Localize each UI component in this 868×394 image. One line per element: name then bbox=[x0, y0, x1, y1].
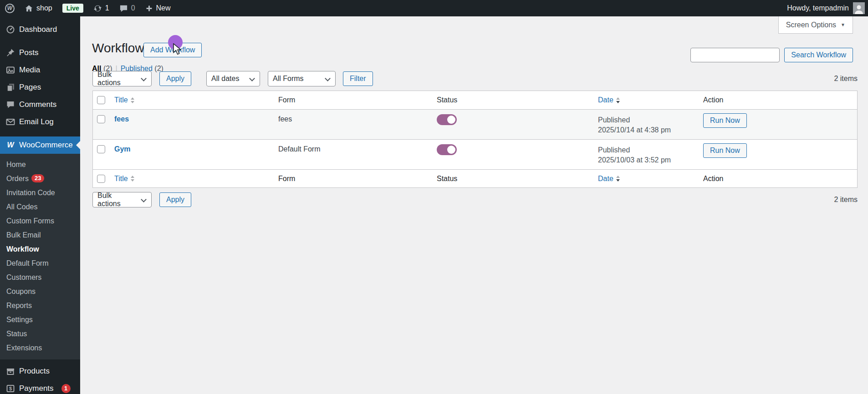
plus-icon bbox=[145, 5, 153, 12]
sidebar-item-payments[interactable]: $ Payments 1 bbox=[0, 380, 80, 394]
sidebar-item-pages[interactable]: Pages bbox=[0, 79, 80, 96]
page-root: { "colors": { "accent": "#2271b1", "togg… bbox=[0, 0, 868, 394]
workflow-form: fees bbox=[278, 110, 437, 139]
column-status: Status bbox=[437, 96, 598, 104]
new-content-menu[interactable]: New bbox=[140, 0, 176, 16]
submenu-item-workflow[interactable]: Workflow bbox=[0, 242, 80, 256]
column-form: Form bbox=[278, 175, 437, 183]
sidebar-item-media[interactable]: Media bbox=[0, 61, 80, 79]
pushpin-icon bbox=[6, 48, 15, 57]
comments-menu[interactable]: 0 bbox=[114, 0, 140, 16]
row-checkbox[interactable] bbox=[97, 115, 105, 123]
submenu-item-orders[interactable]: Orders23 bbox=[0, 172, 80, 186]
woocommerce-submenu: Home Orders23 Invitation Code All Codes … bbox=[0, 154, 80, 359]
sidebar-item-products[interactable]: Products bbox=[0, 363, 80, 380]
comments-bubble-icon bbox=[119, 4, 128, 13]
column-date-sort[interactable]: Date bbox=[598, 175, 620, 183]
howdy-text: Howdy, tempadmin bbox=[787, 4, 849, 12]
toggle-knob bbox=[447, 146, 455, 154]
submenu-item-settings[interactable]: Settings bbox=[0, 313, 80, 327]
table-footer-row: Title Form Status Date Action bbox=[93, 169, 857, 187]
items-count-bottom: 2 items bbox=[834, 196, 858, 204]
filter-button[interactable]: Filter bbox=[343, 71, 373, 86]
column-title-sort[interactable]: Title bbox=[114, 175, 134, 183]
submenu-item-invitation-code[interactable]: Invitation Code bbox=[0, 186, 80, 200]
sidebar-item-dashboard[interactable]: Dashboard bbox=[0, 21, 80, 38]
woocommerce-icon: W bbox=[6, 141, 15, 150]
status-toggle[interactable] bbox=[437, 144, 457, 155]
items-count-top: 2 items bbox=[834, 75, 858, 83]
workflow-form: Default Form bbox=[278, 140, 437, 169]
account-menu[interactable]: Howdy, tempadmin bbox=[784, 0, 868, 16]
table-nav-bottom: Bulk actions Apply 2 items bbox=[92, 192, 858, 207]
bulk-actions-select-bottom[interactable]: Bulk actions bbox=[92, 192, 152, 207]
table-row: Gym Default Form Published 2025/10/03 at… bbox=[93, 139, 857, 169]
column-title-sort[interactable]: Title bbox=[114, 96, 134, 104]
submenu-item-bulk-email[interactable]: Bulk Email bbox=[0, 228, 80, 242]
sidebar-item-label: Media bbox=[19, 66, 40, 75]
status-toggle[interactable] bbox=[437, 114, 457, 125]
select-all-checkbox[interactable] bbox=[97, 96, 105, 104]
site-name: shop bbox=[36, 4, 52, 12]
products-box-icon bbox=[6, 367, 15, 376]
menu-separator bbox=[0, 38, 80, 44]
submenu-item-reports[interactable]: Reports bbox=[0, 298, 80, 313]
avatar bbox=[853, 2, 865, 14]
search-input[interactable] bbox=[690, 48, 780, 62]
apply-button[interactable]: Apply bbox=[159, 71, 191, 86]
submenu-item-all-codes[interactable]: All Codes bbox=[0, 200, 80, 214]
all-forms-select[interactable]: All Forms bbox=[268, 71, 336, 86]
sort-arrows-icon bbox=[616, 97, 620, 103]
sidebar-item-comments[interactable]: Comments bbox=[0, 96, 80, 113]
apply-button-bottom[interactable]: Apply bbox=[159, 192, 191, 207]
bulk-actions-select[interactable]: Bulk actions bbox=[92, 71, 152, 86]
submenu-item-custom-forms[interactable]: Custom Forms bbox=[0, 214, 80, 228]
workflow-title-link[interactable]: Gym bbox=[114, 145, 131, 153]
sidebar-item-email-log[interactable]: Email Log bbox=[0, 113, 80, 131]
all-dates-select[interactable]: All dates bbox=[206, 71, 260, 86]
wp-logo-menu[interactable]: W bbox=[0, 0, 20, 16]
sidebar-item-woocommerce[interactable]: W WooCommerce bbox=[0, 136, 80, 154]
svg-text:$: $ bbox=[9, 386, 12, 391]
select-all-checkbox[interactable] bbox=[97, 175, 105, 183]
screen-options-tab[interactable]: Screen Options ▼ bbox=[778, 16, 853, 34]
sort-arrows-icon bbox=[131, 176, 134, 182]
run-now-button[interactable]: Run Now bbox=[703, 113, 747, 128]
search-area: Search Workflow bbox=[690, 48, 853, 62]
live-badge-label: Live bbox=[62, 4, 83, 13]
table-header-row: Title Form Status Date Action bbox=[93, 91, 857, 109]
live-badge: Live bbox=[57, 0, 88, 16]
sidebar-item-label: Dashboard bbox=[19, 25, 57, 34]
admin-sidebar: Dashboard Posts Media Pages Comments Ema… bbox=[0, 16, 80, 394]
page-title: Workflow bbox=[92, 41, 144, 56]
updates-menu[interactable]: 1 bbox=[88, 0, 114, 16]
workflow-title-link[interactable]: fees bbox=[114, 115, 129, 123]
run-now-button[interactable]: Run Now bbox=[703, 143, 747, 158]
updates-icon bbox=[93, 4, 102, 13]
comment-icon bbox=[6, 100, 15, 109]
sort-arrows-icon bbox=[616, 176, 620, 182]
submenu-item-customers[interactable]: Customers bbox=[0, 270, 80, 284]
comments-count: 0 bbox=[131, 4, 135, 12]
submenu-item-coupons[interactable]: Coupons bbox=[0, 284, 80, 298]
search-workflow-button[interactable]: Search Workflow bbox=[784, 48, 853, 62]
current-menu-arrow bbox=[72, 141, 80, 149]
add-workflow-button[interactable]: Add Workflow bbox=[143, 43, 202, 57]
submenu-item-status[interactable]: Status bbox=[0, 327, 80, 341]
column-date-sort[interactable]: Date bbox=[598, 96, 620, 104]
media-icon bbox=[6, 66, 15, 75]
updates-count: 1 bbox=[105, 4, 109, 12]
main-content: Screen Options ▼ Workflow Add Workflow A… bbox=[80, 16, 868, 394]
workflow-table: Title Form Status Date Action fees fees … bbox=[92, 91, 858, 188]
submenu-item-home[interactable]: Home bbox=[0, 157, 80, 172]
sidebar-item-posts[interactable]: Posts bbox=[0, 44, 80, 61]
submenu-item-default-form[interactable]: Default Form bbox=[0, 256, 80, 270]
sidebar-item-label: Comments bbox=[19, 100, 56, 109]
person-icon bbox=[853, 4, 864, 14]
workflow-date: Published 2025/10/03 at 3:52 pm bbox=[598, 140, 703, 169]
menu-separator bbox=[0, 131, 80, 136]
row-checkbox[interactable] bbox=[97, 145, 105, 153]
screen-options-label: Screen Options bbox=[786, 21, 836, 29]
site-link[interactable]: shop bbox=[20, 0, 57, 16]
submenu-item-extensions[interactable]: Extensions bbox=[0, 341, 80, 355]
